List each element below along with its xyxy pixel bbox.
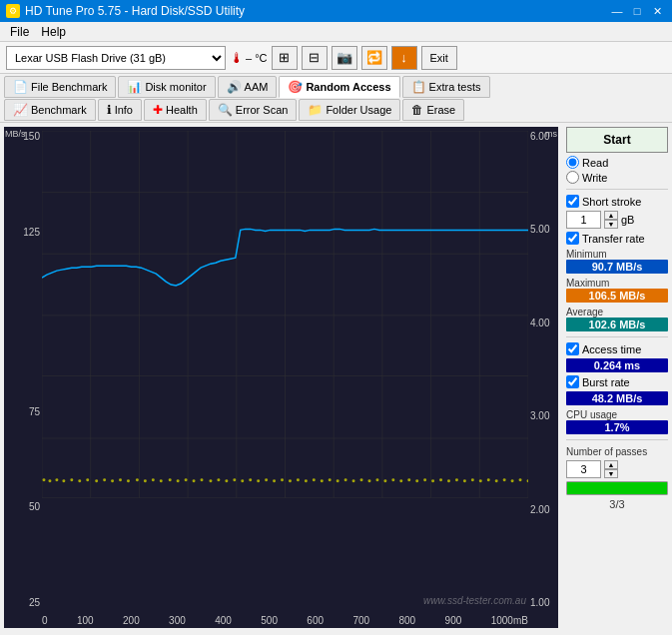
maximum-section: Maximum 106.5 MB/s (566, 277, 668, 303)
watermark: www.ssd-tester.com.au (423, 595, 526, 606)
burst-rate-value: 48.2 MB/s (566, 391, 668, 405)
menu-bar: File Help (0, 22, 672, 42)
extra-tests-icon: 📋 (411, 80, 426, 94)
short-stroke-input-row: 1 ▲ ▼ gB (566, 211, 668, 229)
svg-point-57 (352, 479, 355, 482)
tab-disk-monitor[interactable]: 📊 Disk monitor (118, 76, 215, 98)
tabs-row-1: 📄 File Benchmark 📊 Disk monitor 🔊 AAM 🎯 … (4, 76, 668, 98)
svg-point-53 (321, 479, 324, 482)
start-button[interactable]: Start (566, 127, 668, 153)
passes-spin-up[interactable]: ▲ (604, 460, 618, 469)
read-radio[interactable] (566, 156, 579, 169)
svg-point-29 (127, 479, 130, 482)
drive-selector[interactable]: Lexar USB Flash Drive (31 gB) (6, 46, 226, 70)
access-time-label: Access time (582, 343, 641, 355)
tab-error-scan-label: Error Scan (236, 104, 289, 116)
svg-point-26 (103, 478, 106, 481)
progress-label: 3/3 (566, 498, 668, 510)
maximize-button[interactable]: □ (628, 3, 646, 19)
temperature-display: – °C (246, 52, 268, 64)
svg-point-55 (336, 479, 339, 482)
minimize-button[interactable]: — (608, 3, 626, 19)
tab-folder-usage-label: Folder Usage (326, 104, 391, 116)
tab-erase[interactable]: 🗑 Erase (402, 99, 464, 121)
toolbar-icon-2[interactable]: ⊟ (302, 46, 328, 70)
tab-extra-tests[interactable]: 📋 Extra tests (402, 76, 490, 98)
right-panel: Start Read Write Short stroke 1 ▲ ▼ gB (562, 123, 672, 632)
tab-error-scan[interactable]: 🔍 Error Scan (209, 99, 298, 121)
exit-button[interactable]: Exit (421, 46, 457, 70)
svg-point-56 (344, 478, 347, 481)
svg-point-34 (169, 478, 172, 481)
passes-input[interactable] (566, 460, 601, 478)
aam-icon: 🔊 (227, 80, 242, 94)
tab-file-benchmark[interactable]: 📄 File Benchmark (4, 76, 116, 98)
disk-monitor-icon: 📊 (127, 80, 142, 94)
toolbar-icon-1[interactable]: ⊞ (272, 46, 298, 70)
chart-y-left-labels: 150 125 75 50 25 (4, 127, 42, 608)
toolbar-icon-4[interactable]: 🔁 (361, 46, 387, 70)
divider-3 (566, 439, 668, 440)
svg-point-79 (527, 479, 528, 482)
cpu-usage-label: CPU usage (566, 409, 668, 420)
progress-bar-fill (567, 482, 667, 494)
svg-point-24 (86, 478, 89, 481)
toolbar-icon-5[interactable]: ↓ (391, 46, 417, 70)
transfer-rate-checkbox[interactable] (566, 232, 579, 245)
tab-info-label: Info (115, 104, 133, 116)
svg-point-21 (62, 479, 65, 482)
chart-x-labels: 0 100 200 300 400 500 600 700 800 900 10… (42, 615, 528, 626)
tab-health-label: Health (166, 104, 198, 116)
access-time-value: 0.264 ms (566, 358, 668, 372)
svg-point-67 (431, 479, 434, 482)
toolbar-icon-3[interactable]: 📷 (332, 46, 357, 70)
short-stroke-checkbox-label[interactable]: Short stroke (566, 195, 668, 208)
transfer-rate-label: Transfer rate (582, 233, 645, 245)
access-time-checkbox[interactable] (566, 342, 579, 355)
tab-aam[interactable]: 🔊 AAM (218, 76, 278, 98)
svg-point-18 (42, 478, 45, 481)
passes-spin-down[interactable]: ▼ (604, 469, 618, 478)
tab-aam-label: AAM (245, 81, 269, 93)
tab-random-access-label: Random Access (306, 81, 390, 93)
transfer-rate-checkbox-label[interactable]: Transfer rate (566, 232, 668, 245)
tab-extra-tests-label: Extra tests (429, 81, 481, 93)
spin-down-button[interactable]: ▼ (604, 220, 618, 229)
write-label: Write (582, 172, 607, 184)
minimum-value: 90.7 MB/s (566, 260, 668, 274)
spin-up-button[interactable]: ▲ (604, 211, 618, 220)
svg-point-50 (297, 478, 300, 481)
svg-point-76 (503, 478, 506, 481)
read-radio-label[interactable]: Read (566, 156, 668, 169)
tab-folder-usage[interactable]: 📁 Folder Usage (299, 99, 400, 121)
access-time-checkbox-label[interactable]: Access time (566, 342, 668, 355)
tab-benchmark[interactable]: 📈 Benchmark (4, 99, 96, 121)
file-menu[interactable]: File (4, 23, 35, 41)
svg-point-62 (391, 478, 394, 481)
short-stroke-checkbox[interactable] (566, 195, 579, 208)
svg-point-30 (136, 478, 139, 481)
read-label: Read (582, 157, 608, 169)
burst-rate-checkbox-label[interactable]: Burst rate (566, 375, 668, 388)
svg-point-48 (281, 478, 284, 481)
svg-point-32 (152, 478, 155, 481)
tab-benchmark-label: Benchmark (31, 104, 87, 116)
write-radio[interactable] (566, 171, 579, 184)
tabs-area: 📄 File Benchmark 📊 Disk monitor 🔊 AAM 🎯 … (0, 74, 672, 123)
svg-point-33 (160, 479, 163, 482)
short-stroke-input[interactable]: 1 (566, 211, 601, 229)
svg-point-66 (423, 478, 426, 481)
tab-info[interactable]: ℹ Info (98, 99, 142, 121)
svg-point-25 (95, 479, 98, 482)
window-title: HD Tune Pro 5.75 - Hard Disk/SSD Utility (25, 4, 245, 18)
burst-rate-checkbox[interactable] (566, 375, 579, 388)
svg-point-69 (447, 479, 450, 482)
tab-random-access[interactable]: 🎯 Random Access (279, 76, 399, 98)
svg-point-72 (471, 478, 474, 481)
write-radio-label[interactable]: Write (566, 171, 668, 184)
short-stroke-spinner: ▲ ▼ (604, 211, 618, 229)
help-menu[interactable]: Help (35, 23, 72, 41)
tab-health[interactable]: ✚ Health (144, 99, 207, 121)
close-button[interactable]: ✕ (648, 3, 666, 19)
svg-point-31 (144, 479, 147, 482)
